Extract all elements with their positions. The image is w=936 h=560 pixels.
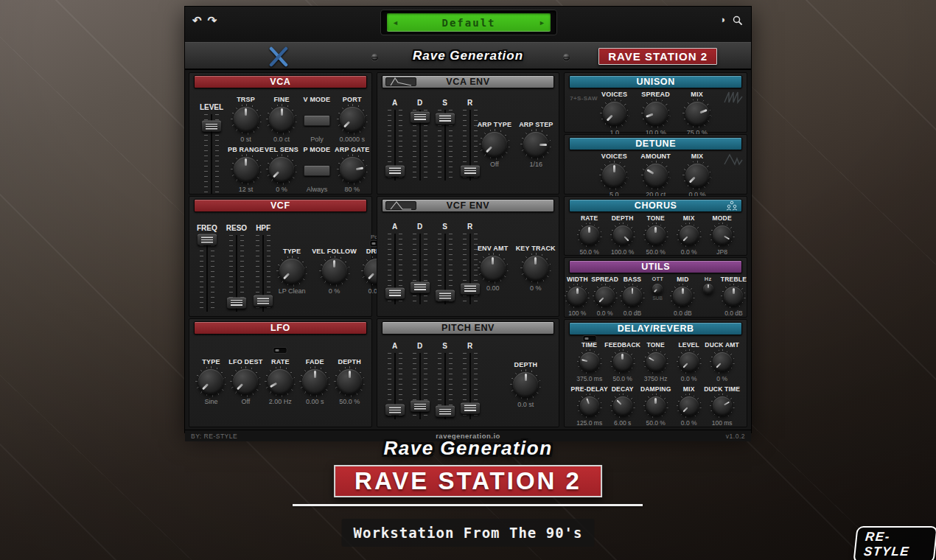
key-track-knob[interactable] bbox=[520, 253, 551, 284]
slider-handle[interactable] bbox=[411, 111, 430, 122]
voice-mode-button[interactable] bbox=[304, 115, 330, 126]
hz-knob[interactable] bbox=[702, 283, 714, 295]
contrast-theme-icon[interactable]: ◑ bbox=[719, 14, 725, 26]
slider-handle[interactable] bbox=[411, 401, 430, 412]
detune-amount-knob[interactable] bbox=[641, 161, 671, 190]
slider-handle[interactable] bbox=[436, 406, 455, 417]
slider-handle[interactable] bbox=[461, 165, 480, 176]
hpf-slider-handle[interactable] bbox=[254, 295, 273, 307]
damping-knob[interactable] bbox=[643, 393, 668, 419]
arp-gate-knob[interactable] bbox=[337, 154, 368, 185]
vcf-env-attack-slider[interactable] bbox=[388, 234, 402, 304]
lfo-fade-knob[interactable] bbox=[299, 366, 330, 397]
duck-time-knob[interactable] bbox=[710, 393, 735, 419]
trsp-knob[interactable] bbox=[231, 104, 262, 135]
filter-type-knob[interactable] bbox=[276, 256, 307, 287]
spread-knob[interactable] bbox=[593, 284, 618, 309]
delay-tone-knob[interactable] bbox=[643, 349, 668, 374]
pre-delay-knob[interactable] bbox=[577, 393, 602, 419]
reverb-mix-knob[interactable] bbox=[677, 393, 702, 419]
detune-mix-knob-group: MIX 0.0 % bbox=[682, 153, 712, 198]
unison-spread-knob[interactable] bbox=[641, 99, 671, 128]
knob-value: LP Clean bbox=[279, 287, 306, 295]
preset-name[interactable]: Default bbox=[401, 17, 537, 29]
porta-mode-button[interactable] bbox=[304, 165, 330, 176]
vca-env-decay-slider[interactable] bbox=[413, 110, 427, 181]
vca-env-sustain-slider[interactable] bbox=[438, 110, 453, 181]
level-slider-handle[interactable] bbox=[202, 121, 221, 132]
pitch-env-r-group: R bbox=[463, 342, 478, 419]
freq-slider[interactable] bbox=[200, 235, 214, 312]
slider-handle[interactable] bbox=[385, 287, 405, 298]
lfo-rate-knob[interactable] bbox=[265, 366, 296, 397]
freq-slider-handle[interactable] bbox=[198, 234, 217, 245]
chorus-depth-knob[interactable] bbox=[610, 223, 635, 248]
chorus-mix-knob[interactable] bbox=[677, 223, 702, 248]
arp-type-knob[interactable] bbox=[479, 129, 510, 160]
detune-mix-knob[interactable] bbox=[682, 161, 712, 190]
lfo-type-knob[interactable] bbox=[195, 366, 226, 397]
arp-step-knob[interactable] bbox=[520, 129, 551, 160]
slider-handle[interactable] bbox=[385, 165, 405, 176]
hpf-slider[interactable] bbox=[256, 235, 270, 312]
chorus-tone-knob[interactable] bbox=[643, 223, 668, 248]
pitch-env-release-slider[interactable] bbox=[463, 353, 478, 419]
redo-icon[interactable]: ↷ bbox=[208, 14, 217, 27]
chorus-mode-knob[interactable] bbox=[710, 223, 735, 248]
slider-handle[interactable] bbox=[461, 402, 480, 413]
pitch-env-sustain-slider[interactable] bbox=[438, 353, 453, 419]
slider-handle[interactable] bbox=[411, 281, 430, 293]
zoom-icon[interactable] bbox=[733, 15, 742, 25]
delay-time-knob[interactable] bbox=[577, 349, 602, 374]
preset-prev-icon[interactable]: ◄ bbox=[392, 19, 401, 27]
vcf-env-release-slider[interactable] bbox=[463, 234, 478, 304]
detune-section-header: DETUNE bbox=[569, 137, 742, 150]
vcf-env-sustain-slider[interactable] bbox=[438, 234, 453, 304]
knob-value: 0.0 st bbox=[517, 401, 534, 408]
unison-mix-knob[interactable] bbox=[682, 99, 712, 128]
lfo-rate-sync-toggle[interactable] bbox=[274, 348, 287, 353]
pitch-env-decay-slider[interactable] bbox=[413, 353, 427, 419]
knob-label: DEPTH bbox=[338, 358, 361, 365]
slider-handle[interactable] bbox=[436, 290, 455, 301]
env-amt-knob[interactable] bbox=[478, 253, 509, 284]
ott-knob[interactable] bbox=[652, 283, 663, 295]
preset-next-icon[interactable]: ► bbox=[537, 19, 545, 27]
detune-voices-knob[interactable] bbox=[599, 161, 629, 190]
level-slider[interactable] bbox=[204, 114, 219, 194]
vel-follow-knob[interactable] bbox=[319, 256, 350, 287]
width-knob[interactable] bbox=[565, 284, 590, 309]
pitch-env-attack-slider[interactable] bbox=[388, 353, 402, 419]
knob-value: 0.0 dB bbox=[624, 309, 642, 317]
duck-amt-knob[interactable] bbox=[710, 349, 735, 374]
vca-env-attack-slider[interactable] bbox=[388, 110, 402, 181]
reso-slider[interactable] bbox=[229, 235, 244, 312]
vel-sens-knob[interactable] bbox=[266, 154, 297, 185]
port-knob[interactable] bbox=[337, 104, 368, 135]
mid-knob[interactable] bbox=[670, 284, 695, 309]
treble-knob[interactable] bbox=[721, 284, 746, 309]
fine-knob[interactable] bbox=[266, 104, 297, 135]
decay-knob[interactable] bbox=[610, 393, 635, 419]
delay-level-knob[interactable] bbox=[677, 349, 702, 374]
lfo-depth-knob[interactable] bbox=[334, 366, 365, 397]
slider-handle[interactable] bbox=[436, 113, 455, 124]
delay-time-sync-toggle[interactable] bbox=[583, 336, 596, 341]
lfo-dest-knob[interactable] bbox=[230, 366, 261, 397]
pb-range-knob[interactable] bbox=[231, 154, 262, 185]
slider-handle[interactable] bbox=[385, 405, 405, 416]
preset-display[interactable]: ◄ Default ► bbox=[387, 13, 551, 32]
chorus-rate-knob[interactable] bbox=[577, 223, 602, 248]
reso-slider-handle[interactable] bbox=[227, 297, 246, 308]
unison-voices-knob[interactable] bbox=[600, 99, 629, 128]
bass-knob[interactable] bbox=[620, 284, 645, 309]
pitch-depth-knob[interactable] bbox=[510, 369, 541, 400]
section-utils: UTILS WIDTH 100 % SPREAD 0.0 % BASS bbox=[564, 257, 747, 318]
feedback-knob[interactable] bbox=[610, 349, 635, 374]
vcf-env-decay-slider[interactable] bbox=[413, 234, 427, 304]
undo-icon[interactable]: ↶ bbox=[192, 14, 202, 27]
pitch-env-title: PITCH ENV bbox=[441, 323, 495, 333]
vca-env-release-slider[interactable] bbox=[463, 110, 478, 181]
knob-value: 0.0 dB bbox=[724, 309, 743, 317]
slider-handle[interactable] bbox=[461, 283, 480, 294]
